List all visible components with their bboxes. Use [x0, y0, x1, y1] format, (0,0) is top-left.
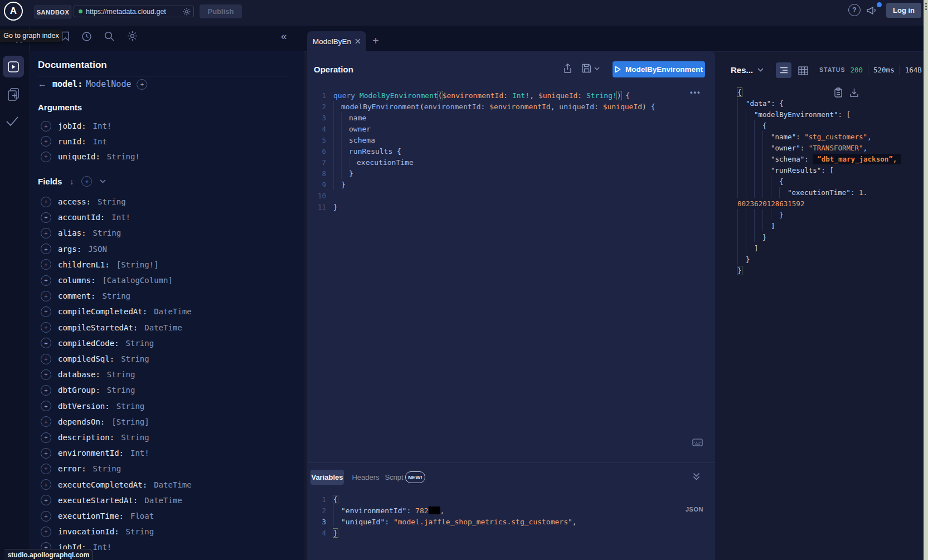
doc-field-row[interactable]: +alias:String: [41, 228, 121, 238]
sidebar-item-operation-collection-icon[interactable]: [7, 87, 20, 101]
doc-field-row[interactable]: +database:String: [41, 369, 135, 379]
endpoint-url-input[interactable]: https://metadata.cloud.get: [74, 6, 194, 17]
sidebar-item-explorer[interactable]: [3, 56, 24, 77]
doc-field-type[interactable]: Int!: [130, 449, 149, 457]
settings-gear-icon[interactable]: [127, 30, 138, 42]
add-field-plus-icon[interactable]: +: [41, 291, 51, 301]
doc-field-type[interactable]: [String!]: [116, 260, 159, 269]
doc-field-row[interactable]: +executeStartedAt:DateTime: [41, 495, 182, 505]
doc-field-type[interactable]: DateTime: [144, 496, 182, 505]
doc-field-row[interactable]: +jobId:Int!: [41, 121, 111, 131]
doc-field-row[interactable]: +childrenL1:[String!]: [41, 260, 159, 270]
add-field-plus-icon[interactable]: +: [41, 306, 51, 317]
response-view-json-button[interactable]: [776, 62, 791, 78]
doc-field-row[interactable]: +dbtGroup:String: [41, 385, 135, 395]
doc-field-row[interactable]: +access:String: [41, 197, 126, 207]
endpoint-settings-gear-icon[interactable]: [182, 7, 191, 16]
doc-field-type[interactable]: DateTime: [144, 323, 182, 332]
add-field-plus-icon[interactable]: +: [41, 401, 51, 411]
doc-field-row[interactable]: +invocationId:String: [41, 527, 154, 537]
add-field-plus-icon[interactable]: +: [41, 385, 51, 396]
doc-field-type[interactable]: [CatalogColumn]: [102, 276, 172, 285]
doc-field-row[interactable]: +runId:Int: [41, 137, 107, 147]
add-field-plus-icon[interactable]: +: [41, 338, 51, 348]
add-field-plus-icon[interactable]: +: [41, 136, 51, 147]
add-field-plus-icon[interactable]: +: [41, 527, 51, 537]
save-dropdown-chevron-icon[interactable]: [594, 67, 600, 71]
doc-field-type[interactable]: String: [116, 402, 145, 411]
add-field-plus-icon[interactable]: +: [41, 495, 51, 505]
run-operation-button[interactable]: ModelByEnvironment: [613, 61, 705, 77]
doc-field-row[interactable]: +comment:String: [41, 291, 130, 301]
doc-field-row[interactable]: +executeCompletedAt:DateTime: [41, 480, 192, 490]
help-icon[interactable]: ?: [848, 4, 861, 16]
apollo-logo[interactable]: A: [4, 2, 23, 21]
add-field-plus-icon[interactable]: +: [41, 152, 51, 162]
add-field-plus-icon[interactable]: +: [41, 416, 51, 427]
add-field-plus-icon[interactable]: +: [41, 479, 51, 490]
response-view-table-button[interactable]: [796, 64, 810, 78]
doc-field-type[interactable]: Int!: [93, 543, 112, 552]
doc-field-type[interactable]: String: [98, 197, 126, 206]
doc-field-row[interactable]: +accountId:Int!: [41, 212, 130, 222]
add-field-plus-icon[interactable]: +: [41, 197, 51, 207]
doc-field-type[interactable]: [String]: [111, 417, 149, 426]
doc-field-type[interactable]: String: [126, 527, 154, 536]
doc-field-type[interactable]: String: [93, 228, 122, 237]
add-field-plus-icon[interactable]: +: [41, 511, 51, 522]
doc-field-row[interactable]: +columns:[CatalogColumn]: [41, 275, 173, 285]
sidebar-item-checks-icon[interactable]: [5, 115, 20, 127]
chevron-down-icon[interactable]: [100, 179, 106, 183]
add-field-plus-icon[interactable]: +: [41, 369, 51, 380]
add-field-plus-icon[interactable]: +: [41, 244, 51, 254]
collapse-variables-chevrons-icon[interactable]: [693, 473, 700, 480]
add-field-plus-icon[interactable]: +: [41, 259, 51, 270]
doc-field-type[interactable]: String: [107, 370, 135, 379]
close-tab-icon[interactable]: [355, 38, 361, 44]
doc-field-type[interactable]: String!: [107, 152, 140, 161]
doc-field-type[interactable]: String: [121, 433, 149, 442]
browser-scrollbar[interactable]: [924, 0, 928, 560]
add-field-plus-icon[interactable]: +: [41, 322, 51, 333]
doc-field-row[interactable]: +uniqueId:String!: [41, 152, 140, 162]
tab-headers[interactable]: Headers: [350, 470, 381, 485]
doc-field-type[interactable]: String: [93, 464, 122, 473]
response-dropdown-chevron-icon[interactable]: [757, 68, 764, 72]
save-icon[interactable]: [582, 64, 591, 73]
collapse-panel-icon[interactable]: «: [281, 30, 287, 42]
doc-field-type[interactable]: Int: [93, 137, 107, 146]
doc-field-type[interactable]: JSON: [88, 245, 107, 254]
doc-field-type[interactable]: Int!: [111, 213, 130, 222]
doc-field-row[interactable]: +description:String: [41, 432, 149, 442]
add-field-plus-icon[interactable]: +: [41, 121, 51, 132]
add-field-plus-icon[interactable]: +: [41, 354, 51, 364]
add-field-plus-icon[interactable]: +: [41, 212, 51, 223]
share-icon[interactable]: [563, 64, 572, 74]
tab-script[interactable]: Script: [383, 470, 405, 485]
doc-field-type[interactable]: DateTime: [154, 480, 191, 489]
doc-field-row[interactable]: +args:JSON: [41, 244, 107, 254]
add-field-plus-icon[interactable]: +: [41, 228, 51, 238]
doc-field-row[interactable]: +dbtVersion:String: [41, 401, 144, 411]
back-arrow-icon[interactable]: ←: [38, 79, 47, 89]
search-icon[interactable]: [104, 31, 115, 42]
doc-field-type[interactable]: Int!: [93, 121, 112, 130]
doc-field-type[interactable]: String: [107, 386, 135, 395]
add-field-plus-icon[interactable]: +: [41, 448, 51, 459]
keyboard-shortcuts-icon[interactable]: [692, 439, 703, 446]
doc-field-type[interactable]: String: [121, 354, 149, 363]
tab-variables[interactable]: Variables: [310, 470, 344, 485]
download-response-icon[interactable]: [849, 87, 859, 98]
publish-button[interactable]: Publish: [200, 4, 242, 18]
doc-field-row[interactable]: +compileCompletedAt:DateTime: [41, 306, 192, 316]
bookmark-icon[interactable]: [61, 31, 70, 41]
doc-field-type[interactable]: Float: [130, 512, 154, 520]
add-field-plus-icon[interactable]: +: [41, 432, 51, 443]
sort-arrow-icon[interactable]: ↓: [70, 177, 74, 186]
history-icon[interactable]: [81, 31, 92, 42]
new-tab-button[interactable]: +: [370, 35, 382, 47]
doc-field-row[interactable]: +compiledCode:String: [41, 338, 154, 348]
add-all-fields-plus-icon[interactable]: +: [81, 176, 92, 187]
doc-field-type-link[interactable]: ModelNode: [86, 79, 131, 89]
doc-field-row[interactable]: +compiledSql:String: [41, 354, 149, 364]
